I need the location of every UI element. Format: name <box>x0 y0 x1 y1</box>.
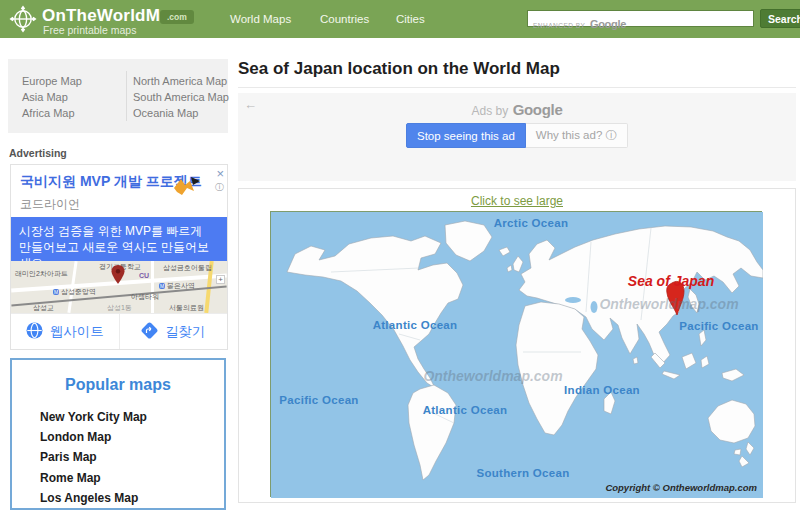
ad-website-button[interactable]: 웹사이트 <box>11 314 119 349</box>
map-card: Click to see large <box>238 188 796 503</box>
link-africa-map[interactable]: Africa Map <box>22 107 75 119</box>
link-europe-map[interactable]: Europe Map <box>22 75 82 87</box>
ad-map-thumbnail[interactable]: 래미안2차아파트 경기고등학교 CU 삼성금호어울림 M 삼성중앙역 M 봉은사… <box>11 261 227 313</box>
label-pacific-ocean-right: Pacific Ocean <box>679 320 758 332</box>
advertising-label: Advertising <box>9 147 67 159</box>
logo-com-badge: .com <box>160 10 194 24</box>
ad-info-icon[interactable]: ⓘ <box>215 181 224 194</box>
map-copyright: Copyright © Ontheworldmap.com <box>605 482 757 493</box>
metro-icon: M <box>159 283 165 289</box>
search-button[interactable]: Search <box>760 9 800 28</box>
map-label: 봉은사역 <box>167 282 195 289</box>
popular-maps-box: Popular maps New York City Map London Ma… <box>10 358 226 510</box>
ad-banner-text[interactable]: 시장성 검증을 위한 MVP를 빠르게 만들어보고 새로운 역사도 만들어보세요 <box>11 217 227 261</box>
world-map-image[interactable]: Arctic Ocean Atlantic Ocean Pacific Ocea… <box>270 211 762 497</box>
ad-website-label: 웹사이트 <box>50 323 104 341</box>
sidebar-ad[interactable]: 국비지원 MVP 개발 프로젝트 코드라이언 × ⓘ 시장성 검증을 위한 MV… <box>10 164 228 350</box>
map-label: 삼성금호어울림 <box>163 263 212 273</box>
column-divider <box>126 71 127 121</box>
nav-world-maps[interactable]: World Maps <box>230 13 291 25</box>
map-label: 삼성중앙역 <box>61 288 96 295</box>
map-label: 서울의료원 <box>169 303 204 313</box>
link-new-york-city-map[interactable]: New York City Map <box>40 410 147 424</box>
site-header: OnTheWorldMap .com Free printable maps W… <box>0 0 800 38</box>
map-pin-icon <box>111 265 125 289</box>
map-label: 삼성1동 <box>107 303 132 313</box>
link-paris-map[interactable]: Paris Map <box>40 450 97 464</box>
advertiser-logo-icon <box>171 175 201 203</box>
label-indian-ocean: Indian Ocean <box>564 384 640 396</box>
label-sea-of-japan: Sea of Japan <box>628 273 714 289</box>
popular-maps-title: Popular maps <box>12 376 224 394</box>
metro-icon: M <box>53 289 59 295</box>
ad-button-row: 웹사이트 길찾기 <box>11 313 227 349</box>
map-label: 삼성교 <box>33 303 54 313</box>
ad-close-icon[interactable]: × <box>216 166 224 181</box>
google-ad-panel: ← Ads by Google Stop seeing this ad Why … <box>238 93 796 181</box>
ad-directions-button[interactable]: 길찾기 <box>119 314 228 349</box>
ad-advertiser: 코드라이언 <box>20 196 80 213</box>
label-southern-ocean: Southern Ocean <box>476 467 569 479</box>
map-label: CU <box>139 272 149 279</box>
see-large-link[interactable]: Click to see large <box>239 194 795 208</box>
site-tagline: Free printable maps <box>43 24 136 36</box>
link-los-angeles-map[interactable]: Los Angeles Map <box>40 491 138 505</box>
map-road <box>151 261 154 313</box>
nav-countries[interactable]: Countries <box>320 13 369 25</box>
page-title: Sea of Japan location on the World Map <box>238 59 796 79</box>
stop-seeing-ad-button[interactable]: Stop seeing this ad <box>406 123 526 148</box>
label-arctic-ocean: Arctic Ocean <box>494 217 569 229</box>
why-this-ad-button[interactable]: Why this ad? ⓘ <box>526 123 628 148</box>
ad-banner-line1: 시장성 검증을 위한 MVP를 빠르게 <box>19 223 219 239</box>
watermark-center: Ontheworldmap.com <box>423 368 562 384</box>
search-box: ENHANCED BY Google <box>527 10 754 27</box>
label-pacific-ocean-left: Pacific Ocean <box>279 394 358 406</box>
ads-by-google-label: Ads by Google <box>238 101 796 119</box>
label-atlantic-ocean-north: Atlantic Ocean <box>373 319 458 331</box>
link-south-america-map[interactable]: South America Map <box>133 91 229 103</box>
globe-compass-icon[interactable] <box>9 5 37 37</box>
link-asia-map[interactable]: Asia Map <box>22 91 68 103</box>
map-label: 래미안2차아파트 <box>15 269 68 279</box>
globe-icon <box>26 322 43 342</box>
map-zoom-plus-button[interactable]: + <box>216 275 225 284</box>
divider <box>238 87 796 88</box>
search-input[interactable] <box>528 11 753 26</box>
link-london-map[interactable]: London Map <box>40 430 111 444</box>
link-rome-map[interactable]: Rome Map <box>40 471 101 485</box>
world-map-svg <box>271 212 763 498</box>
label-atlantic-ocean-south: Atlantic Ocean <box>423 404 508 416</box>
watermark-top: Ontheworldmap.com <box>599 296 738 312</box>
link-oceania-map[interactable]: Oceania Map <box>133 107 198 119</box>
directions-icon <box>141 322 158 342</box>
continent-links-box: Europe Map Asia Map Africa Map North Ame… <box>8 59 228 133</box>
nav-cities[interactable]: Cities <box>396 13 425 25</box>
ad-directions-label: 길찾기 <box>165 323 206 341</box>
map-label: 아셈타워 <box>131 292 159 302</box>
link-north-america-map[interactable]: North America Map <box>133 75 227 87</box>
